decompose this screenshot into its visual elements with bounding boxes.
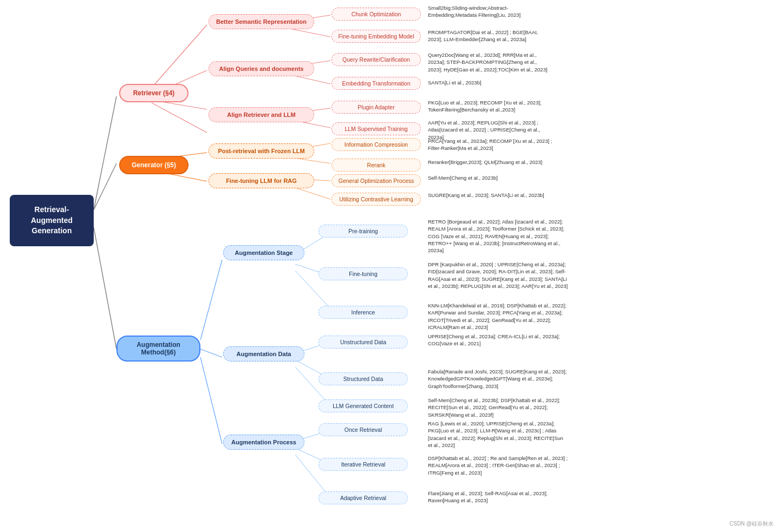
svg-line-1 bbox=[94, 163, 116, 210]
ref-plugin-adapter: PKG[Luo et al., 2023]; RECOMP [Xu et al.… bbox=[428, 99, 552, 114]
l3-contrastive: Utilizing Contrastive Learning bbox=[332, 193, 421, 206]
l3-chunk-opt-label: Chunk Optimization bbox=[352, 11, 401, 17]
ref-contrastive: SUGRE[Kang et al., 2023]; SANTA[Li et al… bbox=[428, 192, 544, 199]
svg-line-8 bbox=[287, 28, 330, 37]
l3-unstructured: Unstructured Data bbox=[318, 336, 408, 349]
l1-augmentation: Augmentation Method(§6) bbox=[116, 336, 200, 362]
l2-augmentation-stage: Augmentation Stage bbox=[223, 245, 304, 260]
l1-augmentation-label: Augmentation Method(§6) bbox=[136, 341, 180, 356]
l3-chunk-opt: Chunk Optimization bbox=[332, 8, 421, 21]
l3-pre-training: Pre-training bbox=[318, 225, 408, 238]
l3-structured-label: Structured Data bbox=[343, 376, 384, 382]
ref-adaptive: Flare[Jiang et al., 2023]; Self-RAG[Asai… bbox=[428, 490, 569, 504]
l3-once-retrieval-label: Once Retrieval bbox=[344, 426, 382, 433]
l3-fine-tuning-aug-label: Fine-tuning bbox=[349, 271, 378, 277]
l2-better-semantic: Better Semantic Representation bbox=[209, 14, 314, 29]
l3-llm-generated: LLM Generated Content bbox=[318, 399, 408, 412]
ref-fine-tuning-emb: PROMPTAGATOR[Dai et al., 2022] ; BGE[BAA… bbox=[428, 29, 552, 43]
l3-fine-tuning-emb: Fine-tuning Embedding Model bbox=[332, 30, 421, 43]
l3-contrastive-label: Utilizing Contrastive Learning bbox=[339, 196, 413, 202]
svg-line-2 bbox=[94, 227, 116, 349]
ref-iterative: DSP[Khattab et al., 2022] ; Re and Sampl… bbox=[428, 455, 569, 476]
l3-emb-transform: Embedding Transformation bbox=[332, 77, 421, 90]
l3-llm-supervised-label: LLM Supervised Training bbox=[344, 126, 407, 132]
ref-structured: Fabula[Ranade and Joshi, 2023]; SUGRE[Ka… bbox=[428, 368, 569, 390]
ref-unstructured: UPRISE[Cheng et al., 2023a]; CREA-ICL[Li… bbox=[428, 333, 569, 347]
l3-query-rewrite: Query Rewrite/Clarification bbox=[332, 53, 421, 66]
l3-adaptive-label: Adaptive Retrieval bbox=[340, 495, 386, 501]
l2-post-retrieval: Post-retrieval with Frozen LLM bbox=[209, 143, 314, 159]
l3-emb-transform-label: Embedding Transformation bbox=[342, 80, 410, 87]
ref-info-compress: PRCA[Yang et al., 2023a]; RECOMP [Xu et … bbox=[428, 137, 552, 152]
ref-general-opt: Self-Mem[Cheng et al., 2023b] bbox=[428, 174, 498, 181]
l2-align-retriever: Align Retriever and LLM bbox=[209, 107, 314, 122]
svg-line-3 bbox=[152, 25, 207, 88]
root-node: Retrieval-Augmented Generation bbox=[10, 195, 94, 246]
l3-adaptive: Adaptive Retrieval bbox=[318, 491, 408, 504]
l3-fine-tuning-aug: Fine-tuning bbox=[318, 267, 408, 280]
l2-augmentation-data: Augmentation Data bbox=[223, 346, 304, 362]
l3-inference-label: Inference bbox=[352, 309, 375, 316]
diagram-container: Retrieval-Augmented Generation Retriever… bbox=[0, 0, 780, 532]
l3-info-compress-label: Information Compression bbox=[344, 141, 408, 148]
l2-fine-tuning-llm: Fine-tuning LLM for RAG bbox=[209, 173, 314, 188]
l2-align-retriever-label: Align Retriever and LLM bbox=[227, 111, 296, 118]
l2-post-retrieval-label: Post-retrieval with Frozen LLM bbox=[218, 148, 304, 154]
root-label: Retrieval-Augmented Generation bbox=[31, 205, 73, 235]
svg-line-20 bbox=[200, 349, 222, 357]
ref-inference: KNN-LM[Khandelwal et al., 2019]; DSP[Kha… bbox=[428, 302, 569, 331]
l3-general-opt: General Optimization Process bbox=[332, 174, 421, 187]
l3-iterative-label: Iterative Retrieval bbox=[341, 461, 386, 468]
l3-plugin-adapter: Plugin Adapter bbox=[332, 101, 421, 114]
l1-generator: Generator (§5) bbox=[119, 156, 188, 174]
svg-line-0 bbox=[94, 96, 116, 210]
l3-general-opt-label: General Optimization Process bbox=[339, 178, 414, 184]
l2-align-queries: Align Queries and documents bbox=[209, 61, 314, 76]
svg-line-6 bbox=[152, 103, 207, 133]
ref-pre-training: RETRO [Borgeaud et al., 2022]; Atlas [Iz… bbox=[428, 218, 569, 254]
l3-pre-training-label: Pre-training bbox=[348, 228, 378, 234]
ref-once-retrieval: RAG [Lewis et al., 2020]; UPRISE[Cheng e… bbox=[428, 420, 569, 449]
l3-llm-generated-label: LLM Generated Content bbox=[333, 403, 394, 409]
l3-rerank: Rerank bbox=[332, 159, 421, 172]
l2-augmentation-data-label: Augmentation Data bbox=[237, 351, 291, 357]
l2-better-semantic-label: Better Semantic Representation bbox=[216, 18, 307, 25]
l2-augmentation-stage-label: Augmentation Stage bbox=[235, 249, 293, 256]
l3-structured: Structured Data bbox=[318, 372, 408, 385]
l3-fine-tuning-emb-label: Fine-tuning Embedding Model bbox=[338, 33, 414, 40]
l3-llm-supervised: LLM Supervised Training bbox=[332, 122, 421, 135]
ref-chunk-opt: Small2big;Sliding-window;Abstract-Embedd… bbox=[428, 4, 552, 19]
l2-augmentation-process-label: Augmentation Process bbox=[231, 439, 296, 445]
l2-augmentation-process: Augmentation Process bbox=[223, 435, 304, 450]
l2-fine-tuning-llm-label: Fine-tuning LLM for RAG bbox=[226, 178, 297, 184]
ref-emb-transform: SANTA[Li et al., 2023b] bbox=[428, 79, 482, 86]
ref-fine-tuning-aug: DPR [Karpukhin et al., 2020] ; UPRISE[Ch… bbox=[428, 261, 569, 290]
l3-plugin-adapter-label: Plugin Adapter bbox=[358, 104, 394, 110]
l2-align-queries-label: Align Queries and documents bbox=[219, 65, 304, 72]
svg-line-19 bbox=[200, 260, 222, 340]
l3-query-rewrite-label: Query Rewrite/Clarification bbox=[342, 56, 410, 63]
l3-inference: Inference bbox=[318, 306, 408, 319]
l3-rerank-label: Rerank bbox=[367, 162, 386, 168]
l1-retriever-label: Retriever (§4) bbox=[133, 89, 175, 97]
l1-generator-label: Generator (§5) bbox=[132, 161, 176, 169]
l3-once-retrieval: Once Retrieval bbox=[318, 423, 408, 436]
watermark: CSDN @硅谷秋水 bbox=[730, 520, 774, 528]
l3-unstructured-label: Unstructured Data bbox=[340, 339, 386, 345]
l3-iterative: Iterative Retrieval bbox=[318, 458, 408, 471]
ref-llm-generated: Self-Mem[Cheng et al., 2023b]; DSP[Khatt… bbox=[428, 397, 569, 418]
ref-query-rewrite: Query2Doc[Wang et al., 2023d]; RRR[Ma et… bbox=[428, 51, 552, 73]
svg-line-21 bbox=[200, 357, 222, 444]
l3-info-compress: Information Compression bbox=[332, 138, 421, 151]
ref-rerank: Reranker[Brigger,2023]; QLM[Zhuang et al… bbox=[428, 159, 542, 166]
l1-retriever: Retriever (§4) bbox=[119, 84, 188, 102]
